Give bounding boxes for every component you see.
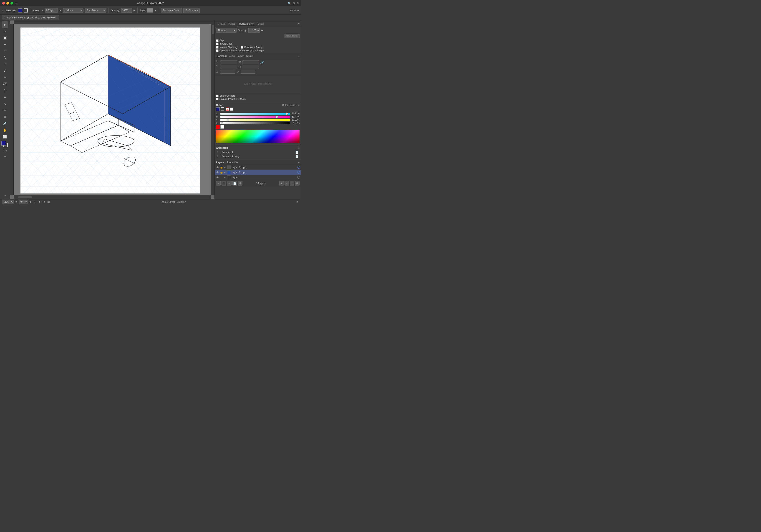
layer-2-target-icon[interactable] bbox=[297, 171, 300, 174]
stroke-up-arrow[interactable]: ▲ bbox=[41, 9, 44, 12]
layer-1-visibility-icon[interactable]: 👁 bbox=[216, 166, 219, 169]
style-arrow[interactable]: ▼ bbox=[154, 9, 157, 12]
artboard-container[interactable]: → bbox=[14, 24, 214, 195]
y-input[interactable] bbox=[220, 65, 237, 69]
scale-tool[interactable]: ⤡ bbox=[2, 100, 8, 107]
prev-page-btn[interactable]: ◀ bbox=[37, 200, 41, 203]
more-tools[interactable]: ••• bbox=[3, 193, 7, 198]
minimize-button[interactable] bbox=[6, 2, 9, 5]
tab-transparency[interactable]: Transparency bbox=[237, 22, 256, 26]
preferences-button[interactable]: Preferences bbox=[183, 8, 200, 13]
tab-gradi[interactable]: Gradi bbox=[256, 22, 265, 26]
invert-mask-checkbox[interactable] bbox=[216, 42, 218, 45]
add-artboard-button[interactable]: ⬛ bbox=[221, 181, 226, 186]
warp-tool[interactable]: 〰 bbox=[2, 107, 8, 113]
isolate-blending-checkbox[interactable] bbox=[216, 46, 218, 49]
rotate-tool[interactable]: ↻ bbox=[2, 87, 8, 94]
layer-3-expand-icon[interactable]: ▶ bbox=[224, 176, 226, 179]
create-new-layer-button[interactable]: 📄 bbox=[232, 181, 237, 186]
horizontal-scrollbar[interactable] bbox=[14, 195, 211, 199]
menu-icon[interactable]: ≡ bbox=[297, 9, 299, 12]
eraser-tool[interactable]: ⌫ bbox=[2, 81, 8, 87]
next-state-btn[interactable]: ▶ bbox=[296, 200, 299, 203]
layers-view-btn-4[interactable]: 🗑 bbox=[295, 181, 300, 186]
layers-view-btn-2[interactable]: ≡ bbox=[284, 181, 289, 186]
x-input[interactable] bbox=[220, 60, 237, 64]
make-sublayer-button[interactable]: + bbox=[216, 181, 221, 186]
select-tool[interactable]: ▶ bbox=[2, 22, 8, 28]
text-tool[interactable]: T bbox=[2, 48, 8, 54]
mirror-tool[interactable]: ⇔ bbox=[2, 94, 8, 100]
artboard-icon-1[interactable]: 📄 bbox=[295, 151, 299, 154]
layer-row-1[interactable]: 👁 🔒 ▶ Layer 2 cop... bbox=[215, 165, 301, 170]
stroke-down-arrow[interactable]: ▼ bbox=[59, 9, 62, 12]
scrollbar-thumb-h[interactable] bbox=[18, 196, 32, 198]
opacity-arrow[interactable]: ▶ bbox=[134, 9, 135, 12]
grid-icon[interactable]: ⊞ bbox=[293, 2, 295, 5]
k-slider[interactable] bbox=[220, 122, 290, 124]
layer-3-target-icon[interactable] bbox=[297, 176, 300, 179]
pen-tool[interactable]: ✒ bbox=[2, 41, 8, 47]
tab-transform[interactable]: Transform bbox=[216, 55, 227, 58]
stroke-type-select[interactable]: Uniform bbox=[63, 8, 84, 13]
color-spectrum-bar[interactable] bbox=[216, 130, 300, 143]
fill-swatch[interactable] bbox=[18, 8, 22, 13]
pencil-tool[interactable]: ✏ bbox=[2, 74, 8, 80]
paintbrush-tool[interactable]: 🖌 bbox=[2, 68, 8, 74]
canvas-area[interactable]: → bbox=[10, 21, 214, 199]
style-swatch[interactable] bbox=[147, 8, 153, 13]
tab-chara[interactable]: Chara bbox=[216, 22, 226, 26]
cap-style-select[interactable]: 5 pt. Round bbox=[85, 8, 106, 13]
layer-3-visibility-icon[interactable]: 👁 bbox=[216, 176, 219, 179]
angle-select[interactable]: 0° bbox=[19, 200, 28, 204]
make-mask-button[interactable]: Make Mask bbox=[284, 34, 300, 38]
zoom-select[interactable]: 150% bbox=[2, 200, 14, 204]
tab-pathfin[interactable]: Pathfin bbox=[237, 55, 244, 58]
angle-down-arrow[interactable]: ▼ bbox=[29, 200, 32, 203]
swap-colors-icon[interactable]: ⇅ bbox=[3, 149, 4, 152]
artboard-row-2[interactable]: 2 Artboard 1 copy 📄 bbox=[216, 154, 300, 158]
blend-tool[interactable]: ⊗ bbox=[2, 114, 8, 120]
opacity-value-input[interactable] bbox=[248, 28, 260, 33]
red-swatch[interactable] bbox=[216, 125, 220, 129]
shear-input[interactable] bbox=[241, 70, 256, 74]
layer-1-target-icon[interactable] bbox=[297, 166, 300, 169]
white-swatch-icon[interactable] bbox=[230, 108, 233, 111]
y-slider[interactable] bbox=[220, 119, 290, 121]
angle-input[interactable] bbox=[220, 70, 235, 74]
tab-parag[interactable]: Parag bbox=[226, 22, 237, 26]
rectangle-tool[interactable]: □ bbox=[2, 61, 8, 67]
active-stroke-swatch[interactable] bbox=[221, 107, 224, 111]
color-guide-tab[interactable]: Color Guide bbox=[282, 104, 295, 106]
hand-tool[interactable]: ✋ bbox=[2, 127, 8, 133]
lasso-tool[interactable]: 🔲 bbox=[2, 34, 8, 41]
opacity-arrow[interactable]: ▶ bbox=[261, 29, 263, 32]
default-colors-icon[interactable]: ◎ bbox=[5, 149, 7, 152]
artboard-tool[interactable]: ⬜ bbox=[2, 133, 8, 140]
artboard-icon-2[interactable]: 📄 bbox=[295, 155, 299, 158]
home-icon[interactable]: ⌂ bbox=[15, 1, 17, 5]
link-proportional-icon[interactable]: 🔗 bbox=[260, 61, 264, 64]
search-icon[interactable]: 🔍 bbox=[288, 2, 291, 5]
last-page-btn[interactable]: ⏭ bbox=[47, 200, 50, 203]
active-fill-swatch[interactable] bbox=[216, 107, 220, 111]
layer-2-expand-icon[interactable]: ▶ bbox=[224, 171, 226, 174]
w-input[interactable] bbox=[242, 60, 259, 64]
zoom-down-arrow[interactable]: ▼ bbox=[15, 200, 18, 203]
layers-view-btn-1[interactable]: ⊞ bbox=[279, 181, 284, 186]
white-swatch[interactable] bbox=[220, 125, 224, 129]
c-slider[interactable] bbox=[220, 113, 290, 115]
properties-tab[interactable]: Properties bbox=[227, 161, 238, 164]
layer-1-lock-icon[interactable]: 🔒 bbox=[220, 166, 223, 169]
m-slider[interactable] bbox=[220, 116, 290, 118]
document-setup-button[interactable]: Document Setup bbox=[161, 8, 182, 13]
resize-icon[interactable]: ⊡ bbox=[297, 2, 299, 5]
direct-select-tool[interactable]: ▷ bbox=[2, 28, 8, 34]
top-panel-menu-icon[interactable]: ≡ bbox=[298, 22, 300, 25]
color-panel-menu-icon[interactable]: ≡ bbox=[298, 104, 300, 106]
delete-layer-button[interactable]: 🗑 bbox=[238, 181, 242, 186]
document-tab[interactable]: × isometric_color.ai @ 150 % (CMYK/Previ… bbox=[2, 15, 59, 20]
h-input[interactable] bbox=[242, 65, 259, 69]
layers-view-btn-3[interactable]: ▭ bbox=[290, 181, 294, 186]
pen-tool-icon[interactable]: ✏ bbox=[294, 9, 296, 12]
